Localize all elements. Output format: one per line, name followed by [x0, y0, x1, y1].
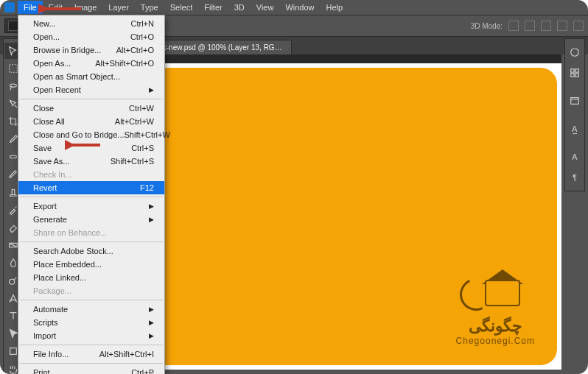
swatches-icon[interactable]	[567, 65, 583, 81]
menuitem-label: Close All	[33, 117, 65, 126]
menuitem-print[interactable]: Print...Ctrl+P	[18, 366, 164, 374]
menuitem-label: Automate	[33, 305, 68, 314]
menu-separator	[20, 345, 163, 345]
menuitem-shortcut: Alt+Shift+Ctrl+I	[99, 350, 154, 359]
mode3d-icon-1[interactable]	[508, 21, 519, 31]
svg-rect-9	[571, 74, 574, 77]
menuitem-label: File Info...	[33, 350, 69, 359]
mode3d-icon-3[interactable]	[541, 21, 551, 31]
watermark-subtitle: Chegoonegi.Com	[456, 336, 535, 346]
menu-separator	[20, 99, 163, 99]
submenu-arrow-icon: ▶	[149, 216, 154, 223]
svg-rect-4	[10, 348, 17, 355]
menuitem-label: Open...	[33, 32, 60, 41]
watermark-icon	[460, 269, 531, 314]
menu-separator	[20, 300, 163, 300]
menuitem-open-as[interactable]: Open As...Alt+Shift+Ctrl+O	[18, 57, 164, 70]
menuitem-revert[interactable]: RevertF12	[18, 181, 164, 194]
menuitem-place-linked[interactable]: Place Linked...	[18, 271, 164, 284]
watermark-title: چگونگی	[456, 317, 535, 336]
menu-filter[interactable]: Filter	[198, 1, 228, 14]
menuitem-label: Scripts	[33, 318, 58, 327]
menu-select[interactable]: Select	[164, 1, 199, 14]
svg-rect-8	[575, 69, 578, 72]
menuitem-label: Package...	[33, 286, 71, 295]
character-panel-icon[interactable]: A	[567, 149, 583, 165]
submenu-arrow-icon: ▶	[149, 332, 154, 339]
menuitem-close-all[interactable]: Close AllAlt+Ctrl+W	[18, 115, 164, 128]
libraries-icon[interactable]	[567, 93, 583, 109]
menu-layer[interactable]: Layer	[102, 1, 135, 14]
menuitem-label: New...	[33, 19, 56, 28]
menuitem-close[interactable]: CloseCtrl+W	[18, 102, 164, 115]
menuitem-shortcut: Shift+Ctrl+S	[111, 157, 154, 166]
paragraph-panel-icon[interactable]: ¶	[567, 169, 583, 186]
menuitem-label: Import	[33, 331, 56, 340]
file-menu-dropdown: New...Ctrl+NOpen...Ctrl+OBrowse in Bridg…	[18, 15, 165, 374]
menuitem-shortcut: Ctrl+S	[131, 144, 154, 152]
menuitem-label: Save	[33, 144, 52, 152]
photoshop-window: FileEditImageLayerTypeSelectFilter3DView…	[0, 0, 588, 374]
menuitem-label: Close	[33, 104, 54, 113]
menuitem-place-embedded[interactable]: Place Embedded...	[18, 258, 164, 271]
mode3d-icon-4[interactable]	[557, 21, 567, 31]
svg-point-6	[571, 49, 579, 57]
menuitem-label: Save As...	[33, 157, 70, 166]
mode3d-icon-2[interactable]	[525, 21, 535, 31]
menuitem-label: Generate	[33, 215, 67, 224]
menuitem-label: Print...	[33, 368, 57, 374]
menu-separator	[20, 363, 163, 364]
menuitem-shortcut: F12	[140, 183, 154, 192]
svg-rect-11	[571, 98, 579, 105]
svg-rect-0	[10, 65, 18, 73]
color-wheel-icon[interactable]	[567, 44, 583, 60]
menuitem-import[interactable]: Import▶	[18, 329, 164, 342]
menuitem-shortcut: Ctrl+O	[130, 32, 154, 41]
mode-3d-label: 3D Mode:	[471, 22, 503, 30]
menuitem-label: Search Adobe Stock...	[33, 247, 113, 255]
right-panel-strip: A̲ A ¶	[564, 38, 585, 191]
menu-type[interactable]: Type	[135, 1, 164, 14]
submenu-arrow-icon: ▶	[149, 86, 154, 94]
menuitem-open-as-smart-object[interactable]: Open as Smart Object...	[18, 70, 164, 83]
menuitem-label: Revert	[33, 183, 57, 192]
submenu-arrow-icon: ▶	[149, 202, 154, 210]
menuitem-save-as[interactable]: Save As...Shift+Ctrl+S	[18, 155, 164, 168]
menuitem-label: Place Linked...	[33, 273, 86, 282]
menuitem-search-adobe-stock[interactable]: Search Adobe Stock...	[18, 244, 164, 258]
menu-bar: FileEditImageLayerTypeSelectFilter3DView…	[0, 0, 588, 15]
menu-window[interactable]: Window	[279, 1, 320, 14]
menuitem-package: Package...	[18, 284, 164, 297]
submenu-arrow-icon: ▶	[149, 306, 154, 313]
app-logo-icon	[4, 2, 15, 13]
menuitem-automate[interactable]: Automate▶	[18, 303, 164, 316]
menuitem-label: Place Embedded...	[33, 260, 102, 269]
svg-rect-1	[10, 155, 17, 158]
menuitem-open-recent[interactable]: Open Recent▶	[18, 83, 164, 96]
menu-3d[interactable]: 3D	[228, 1, 251, 14]
menu-separator	[20, 241, 163, 242]
mode3d-icon-5[interactable]	[573, 21, 584, 31]
menuitem-generate[interactable]: Generate▶	[18, 213, 164, 226]
menu-help[interactable]: Help	[321, 1, 349, 14]
menuitem-new[interactable]: New...Ctrl+N	[18, 17, 164, 30]
submenu-arrow-icon: ▶	[149, 319, 154, 326]
rounded-rectangle-layer: چگونگی Chegoonegi.Com	[115, 68, 557, 365]
menuitem-file-info[interactable]: File Info...Alt+Shift+Ctrl+I	[18, 347, 164, 361]
menuitem-check-in: Check In...	[18, 168, 164, 181]
menuitem-shortcut: Ctrl+P	[131, 368, 154, 374]
menuitem-label: Close and Go to Bridge...	[33, 130, 125, 139]
menuitem-scripts[interactable]: Scripts▶	[18, 316, 164, 329]
menuitem-browse-in-bridge[interactable]: Browse in Bridge...Alt+Ctrl+O	[18, 43, 164, 57]
menu-separator	[20, 197, 163, 197]
menu-view[interactable]: View	[251, 1, 280, 14]
watermark: چگونگی Chegoonegi.Com	[456, 269, 535, 346]
menuitem-export[interactable]: Export▶	[18, 200, 164, 213]
menuitem-label: Open Recent	[33, 85, 81, 94]
menuitem-open[interactable]: Open...Ctrl+O	[18, 30, 164, 43]
menuitem-shortcut: Alt+Shift+Ctrl+O	[95, 59, 154, 68]
menuitem-label: Browse in Bridge...	[33, 46, 101, 54]
menuitem-share-on-behance: Share on Behance...	[18, 226, 164, 239]
glyphs-icon[interactable]: A̲	[567, 121, 583, 137]
document-canvas[interactable]: چگونگی Chegoonegi.Com	[111, 63, 561, 370]
